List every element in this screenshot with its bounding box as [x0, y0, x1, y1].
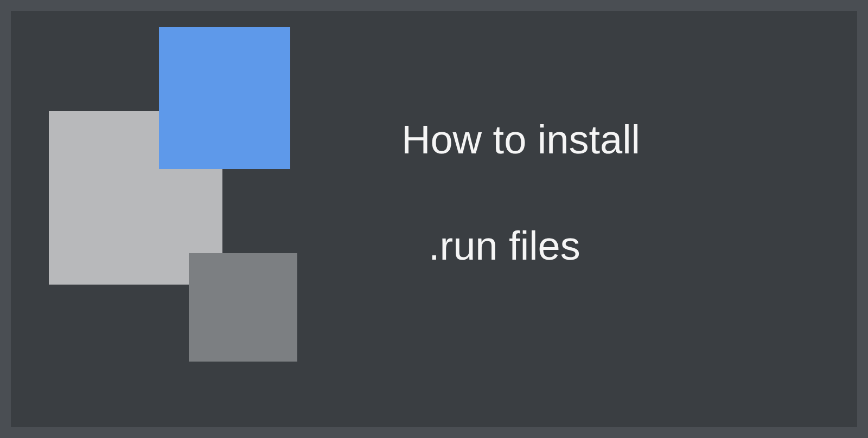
title-line-2: .run files — [401, 220, 640, 272]
squares-graphic — [49, 27, 309, 379]
title-text-block: How to install .run files — [401, 114, 640, 272]
dark-gray-square — [189, 253, 297, 362]
blue-square — [159, 27, 290, 169]
title-line-1: How to install — [401, 114, 640, 166]
